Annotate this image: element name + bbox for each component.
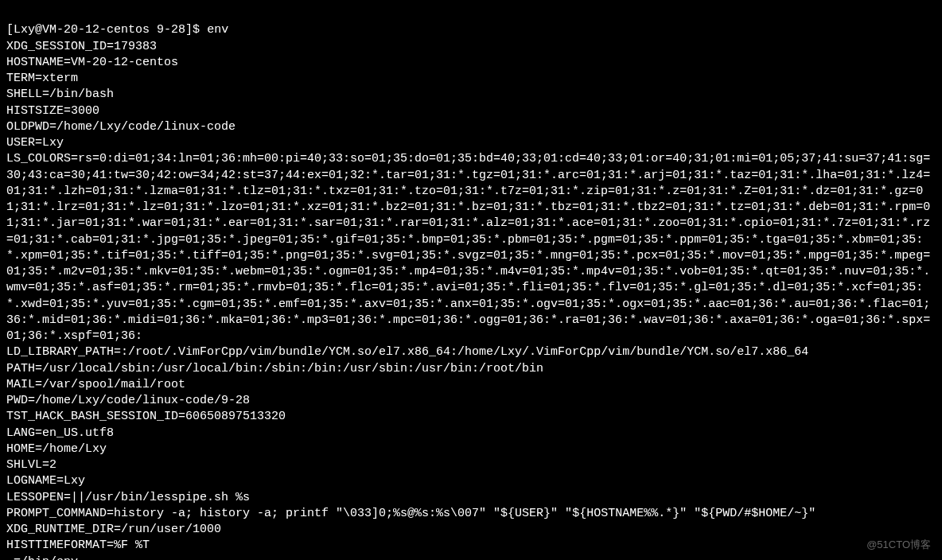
prompt-line-1: [Lxy@VM-20-12-centos 9-28]$ env bbox=[6, 23, 228, 37]
terminal-output[interactable]: [Lxy@VM-20-12-centos 9-28]$ env XDG_SESS… bbox=[6, 6, 936, 560]
env-var: LS_COLORS=rs=0:di=01;34:ln=01;36:mh=00:p… bbox=[6, 151, 936, 344]
env-var: HOSTNAME=VM-20-12-centos bbox=[6, 55, 936, 71]
env-var: _=/bin/env bbox=[6, 554, 936, 561]
env-var: TST_HACK_BASH_SESSION_ID=60650897513320 bbox=[6, 409, 936, 425]
env-var: XDG_SESSION_ID=179383 bbox=[6, 39, 936, 55]
env-var: HOME=/home/Lxy bbox=[6, 441, 936, 457]
command-input: env bbox=[207, 23, 228, 37]
env-var: XDG_RUNTIME_DIR=/run/user/1000 bbox=[6, 522, 936, 538]
env-var: SHLVL=2 bbox=[6, 457, 936, 473]
env-var: MAIL=/var/spool/mail/root bbox=[6, 377, 936, 393]
env-var: USER=Lxy bbox=[6, 135, 936, 151]
env-var: HISTSIZE=3000 bbox=[6, 103, 936, 119]
env-var: LD_LIBRARY_PATH=:/root/.VimForCpp/vim/bu… bbox=[6, 344, 936, 360]
env-var: SHELL=/bin/bash bbox=[6, 87, 936, 103]
env-var: PATH=/usr/local/sbin:/usr/local/bin:/sbi… bbox=[6, 361, 936, 377]
env-var: HISTTIMEFORMAT=%F %T bbox=[6, 538, 936, 554]
watermark-text: @51CTO博客 bbox=[866, 538, 931, 552]
env-var: PROMPT_COMMAND=history -a; history -a; p… bbox=[6, 506, 936, 522]
env-var: PWD=/home/Lxy/code/linux-code/9-28 bbox=[6, 393, 936, 409]
env-var: OLDPWD=/home/Lxy/code/linux-code bbox=[6, 119, 936, 135]
env-var: LESSOPEN=||/usr/bin/lesspipe.sh %s bbox=[6, 490, 936, 506]
env-var: TERM=xterm bbox=[6, 71, 936, 87]
env-var: LOGNAME=Lxy bbox=[6, 473, 936, 489]
env-var: LANG=en_US.utf8 bbox=[6, 426, 936, 441]
